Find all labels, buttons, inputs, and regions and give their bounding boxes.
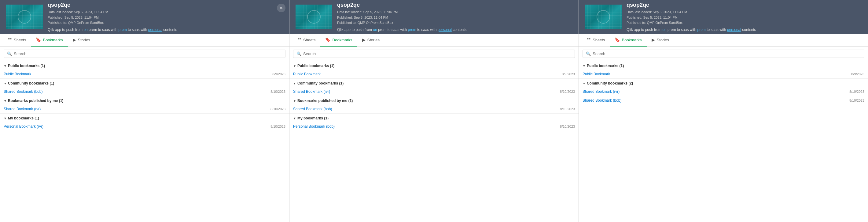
chevron-down-icon: ▼ <box>4 117 7 120</box>
bookmark-item[interactable]: Personal Bookmark (bob)8/10/2023 <box>289 122 579 131</box>
tab-bookmarks[interactable]: 🔖Bookmarks <box>31 34 67 47</box>
search-input[interactable] <box>593 51 861 56</box>
bookmark-item[interactable]: Shared Bookmark (bob)8/10/2023 <box>0 87 289 96</box>
bookmark-date: 8/10/2023 <box>271 107 285 111</box>
search-input[interactable] <box>303 51 571 56</box>
bookmark-name: Public Bookmark <box>4 72 31 76</box>
section-header-3[interactable]: ▼My bookmarks (1) <box>0 114 289 122</box>
app-info: qsop2qcData last loaded: Sep 5, 2023, 11… <box>626 2 862 32</box>
section-title: Community bookmarks (1) <box>298 81 344 85</box>
chevron-down-icon: ▼ <box>293 117 296 120</box>
section-title: Public bookmarks (1) <box>8 64 45 68</box>
bookmark-name: Shared Bookmark (rvr) <box>4 107 41 111</box>
tab-label: Stories <box>367 38 380 42</box>
tabs-bar: ☷Sheets🔖Bookmarks▶Stories <box>579 34 868 47</box>
panel-1: qsop2qcData last loaded: Sep 5, 2023, 11… <box>0 0 289 222</box>
section-title: My bookmarks (1) <box>298 116 329 120</box>
bookmark-name: Shared Bookmark (rvr) <box>583 89 620 94</box>
bookmark-item[interactable]: Shared Bookmark (rvr)8/10/2023 <box>289 87 579 96</box>
section-header-1[interactable]: ▼Community bookmarks (2) <box>579 79 868 87</box>
tab-bookmarks[interactable]: 🔖Bookmarks <box>320 34 357 47</box>
tab-icon-stories: ▶ <box>652 37 655 42</box>
tab-bookmarks[interactable]: 🔖Bookmarks <box>610 34 646 47</box>
tab-icon-stories: ▶ <box>362 37 366 42</box>
panels-container: qsop2qcData last loaded: Sep 5, 2023, 11… <box>0 0 868 222</box>
bookmark-name: Personal Bookmark (rvr) <box>4 124 43 129</box>
app-description: Qlik app to push from on prem to saas wi… <box>626 28 862 32</box>
bookmark-date: 8/9/2023 <box>272 72 285 76</box>
app-meta: Data last loaded: Sep 5, 2023, 11:04 PMP… <box>48 9 283 26</box>
app-title: qsop2qc <box>626 2 862 8</box>
tab-sheets[interactable]: ☷Sheets <box>582 34 610 47</box>
app-thumbnail <box>296 5 332 29</box>
tab-icon-sheets: ☷ <box>298 37 301 42</box>
bookmark-date: 8/10/2023 <box>560 124 575 128</box>
bookmark-item[interactable]: Personal Bookmark (rvr)8/10/2023 <box>0 122 289 131</box>
tab-label: Bookmarks <box>622 38 642 42</box>
chevron-down-icon: ▼ <box>4 99 7 103</box>
tab-icon-sheets: ☷ <box>8 37 12 42</box>
search-input[interactable] <box>14 51 282 56</box>
bookmark-date: 8/9/2023 <box>851 72 864 76</box>
bookmark-date: 8/10/2023 <box>560 107 575 111</box>
tab-icon-sheets: ☷ <box>587 37 591 42</box>
tab-icon-bookmarks: 🔖 <box>36 37 41 42</box>
section-header-0[interactable]: ▼Public bookmarks (1) <box>579 61 868 70</box>
tabs-bar: ☷Sheets🔖Bookmarks▶Stories <box>0 34 289 47</box>
app-header: qsop2qcData last loaded: Sep 5, 2023, 11… <box>579 0 868 34</box>
tab-icon-bookmarks: 🔖 <box>615 37 620 42</box>
bookmark-item[interactable]: Shared Bookmark (bob)8/10/2023 <box>289 105 579 114</box>
tab-stories[interactable]: ▶Stories <box>647 34 674 47</box>
tab-label: Stories <box>78 38 90 42</box>
section-header-3[interactable]: ▼My bookmarks (1) <box>289 114 579 122</box>
app-description: Qlik app to push from on prem to saas wi… <box>337 28 572 32</box>
tab-stories[interactable]: ▶Stories <box>357 34 384 47</box>
bookmark-item[interactable]: Shared Bookmark (bob)8/10/2023 <box>579 96 868 105</box>
section-title: Public bookmarks (1) <box>298 64 334 68</box>
section-title: Bookmarks published by me (1) <box>298 99 353 103</box>
search-bar: 🔍 <box>289 47 579 61</box>
bookmark-item[interactable]: Public Bookmark8/9/2023 <box>579 70 868 79</box>
app-header: qsop2qcData last loaded: Sep 5, 2023, 11… <box>289 0 579 34</box>
section-header-2[interactable]: ▼Bookmarks published by me (1) <box>0 96 289 105</box>
tab-stories[interactable]: ▶Stories <box>68 34 95 47</box>
search-bar: 🔍 <box>579 47 868 61</box>
app-info: qsop2qcData last loaded: Sep 5, 2023, 11… <box>48 2 283 32</box>
edit-button[interactable]: ✏ <box>277 4 285 12</box>
bookmark-item[interactable]: Public Bookmark8/9/2023 <box>0 70 289 79</box>
app-title: qsop2qc <box>337 2 572 8</box>
bookmark-name: Personal Bookmark (bob) <box>293 124 335 129</box>
search-icon: 🔍 <box>7 51 12 56</box>
bookmark-item[interactable]: Public Bookmark8/9/2023 <box>289 70 579 79</box>
bookmark-date: 8/10/2023 <box>271 90 285 93</box>
app-info: qsop2qcData last loaded: Sep 5, 2023, 11… <box>337 2 572 32</box>
bookmarks-list: ▼Public bookmarks (1)Public Bookmark8/9/… <box>0 61 289 222</box>
tab-label: Stories <box>657 38 669 42</box>
chevron-down-icon: ▼ <box>583 82 586 85</box>
bookmark-name: Shared Bookmark (bob) <box>583 98 621 103</box>
bookmark-name: Shared Bookmark (bob) <box>293 107 332 111</box>
app-description: Qlik app to push from on prem to saas wi… <box>48 28 283 32</box>
bookmark-date: 8/9/2023 <box>562 72 575 76</box>
bookmark-item[interactable]: Shared Bookmark (rvr)8/10/2023 <box>0 105 289 114</box>
bookmark-item[interactable]: Shared Bookmark (rvr)8/10/2023 <box>579 87 868 96</box>
section-header-2[interactable]: ▼Bookmarks published by me (1) <box>289 96 579 105</box>
bookmark-date: 8/10/2023 <box>271 124 285 128</box>
tab-label: Bookmarks <box>332 38 352 42</box>
section-header-1[interactable]: ▼Community bookmarks (1) <box>289 79 579 87</box>
tabs-bar: ☷Sheets🔖Bookmarks▶Stories <box>289 34 579 47</box>
search-icon: 🔍 <box>586 51 591 56</box>
section-header-1[interactable]: ▼Community bookmarks (1) <box>0 79 289 87</box>
bookmark-name: Public Bookmark <box>583 72 610 76</box>
tab-sheets[interactable]: ☷Sheets <box>3 34 31 47</box>
chevron-down-icon: ▼ <box>293 82 296 85</box>
bookmarks-list: ▼Public bookmarks (1)Public Bookmark8/9/… <box>579 61 868 222</box>
tab-label: Sheets <box>14 38 26 42</box>
section-title: Community bookmarks (2) <box>587 81 633 85</box>
section-header-0[interactable]: ▼Public bookmarks (1) <box>0 61 289 70</box>
tab-label: Sheets <box>303 38 315 42</box>
search-input-wrap: 🔍 <box>583 50 864 58</box>
section-header-0[interactable]: ▼Public bookmarks (1) <box>289 61 579 70</box>
tab-sheets[interactable]: ☷Sheets <box>292 34 320 47</box>
app-meta: Data last loaded: Sep 5, 2023, 11:04 PMP… <box>626 9 862 26</box>
